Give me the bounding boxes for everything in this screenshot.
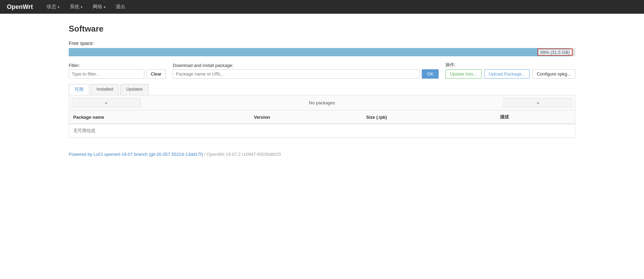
nav-arrow-status: ▾ xyxy=(58,5,59,9)
pagination-top: « No packages » xyxy=(69,95,575,111)
upload-package-button[interactable]: Upload Package... xyxy=(484,69,530,79)
free-space-bar xyxy=(69,48,570,56)
ops-group: 操作: Update lists... Upload Package... Co… xyxy=(445,62,575,79)
nav-item-logout[interactable]: 退出 xyxy=(116,4,125,10)
main-content: Software Free space: 99% (31.5 GB) Filte… xyxy=(0,14,644,167)
download-label: Download and install package: xyxy=(173,63,439,68)
free-space-bar-container: 99% (31.5 GB) xyxy=(69,48,575,56)
nav-label-logout: 退出 xyxy=(116,4,125,10)
clear-button[interactable]: Clear xyxy=(146,69,166,79)
update-lists-button[interactable]: Update lists... xyxy=(445,69,482,79)
package-table-area: « No packages » Package name Version Siz… xyxy=(69,95,575,138)
nav-item-network[interactable]: 网络 ▾ xyxy=(93,4,105,10)
tab-installed[interactable]: Installed xyxy=(91,84,119,95)
download-input[interactable] xyxy=(173,69,420,79)
filter-label: Filter: xyxy=(69,63,166,68)
nav-item-system[interactable]: 系统 ▾ xyxy=(70,4,82,10)
no-data-cell: 无可用信息 xyxy=(69,124,250,138)
ops-label: 操作: xyxy=(445,62,575,68)
navbar: OpenWrt 状态 ▾ 系统 ▾ 网络 ▾ 退出 xyxy=(0,0,644,14)
download-group: Download and install package: OK xyxy=(173,63,439,79)
nav-label-network: 网络 xyxy=(93,4,102,10)
filter-row: Clear xyxy=(69,69,166,79)
filter-input[interactable] xyxy=(69,69,144,79)
free-space-value: 99% (31.5 GB) xyxy=(538,49,573,56)
footer-version: / OpenWrt 19.07.2 r10947-65030d81f3 xyxy=(204,152,281,157)
col-size: Size (.ipk) xyxy=(362,111,496,124)
nav-label-status: 状态 xyxy=(47,4,56,10)
tabs: 可用 Installed Updates xyxy=(69,84,575,95)
nav-item-status[interactable]: 状态 ▾ xyxy=(47,4,59,10)
page-title: Software xyxy=(69,24,575,34)
table-header: Package name Version Size (.ipk) 描述 xyxy=(69,111,575,124)
no-data-row: 无可用信息 xyxy=(69,124,575,138)
navbar-brand: OpenWrt xyxy=(7,3,33,11)
nav-label-system: 系统 xyxy=(70,4,79,10)
col-version: Version xyxy=(250,111,362,124)
pagination-info: No packages xyxy=(140,100,504,105)
footer: Powered by LuCI openwrt-19.07 branch (gi… xyxy=(69,152,575,157)
free-space-label: Free space: xyxy=(69,40,575,46)
tab-updates[interactable]: Updates xyxy=(120,84,148,95)
next-page-button[interactable]: » xyxy=(504,98,572,107)
download-row: OK xyxy=(173,69,439,79)
prev-page-button[interactable]: « xyxy=(72,98,140,107)
configure-opkg-button[interactable]: Configure opkg... xyxy=(532,69,575,79)
ops-row: Update lists... Upload Package... Config… xyxy=(445,69,575,79)
filter-group: Filter: Clear xyxy=(69,63,166,79)
footer-link[interactable]: Powered by LuCI openwrt-19.07 branch (gi… xyxy=(69,152,203,157)
nav-arrow-network: ▾ xyxy=(104,5,105,9)
ok-button[interactable]: OK xyxy=(422,69,439,79)
controls-row: Filter: Clear Download and install packa… xyxy=(69,62,575,79)
col-package-name: Package name xyxy=(69,111,250,124)
nav-arrow-system: ▾ xyxy=(81,5,82,9)
tab-available[interactable]: 可用 xyxy=(69,84,89,95)
package-table: Package name Version Size (.ipk) 描述 无可用信… xyxy=(69,111,575,138)
table-body: 无可用信息 xyxy=(69,124,575,138)
col-description: 描述 xyxy=(496,111,575,124)
